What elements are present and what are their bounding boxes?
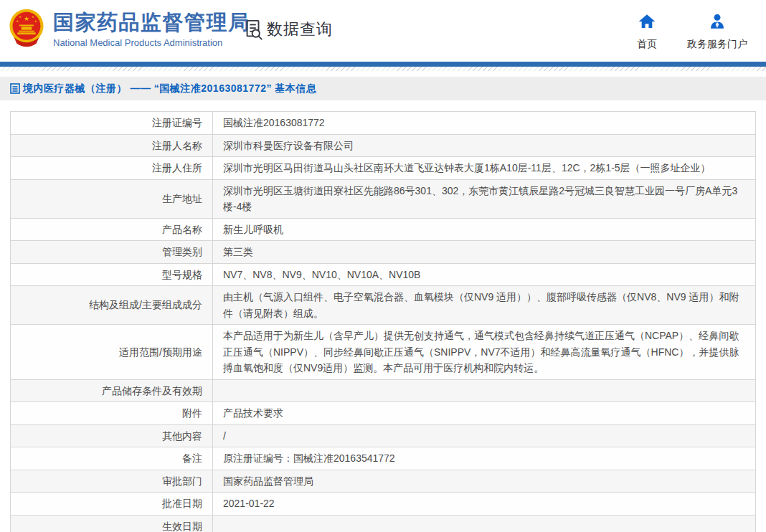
svg-text:★: ★: [19, 15, 22, 19]
table-row: 结构及组成/主要组成成分 由主机（气源入口组件、电子空氧混合器、血氧模块（仅NV…: [11, 286, 756, 325]
row-label: 管理类别: [11, 241, 213, 264]
row-value: 国械注准20163081772: [213, 112, 756, 135]
row-label: 附件: [11, 402, 213, 425]
row-label: 注册人住所: [11, 157, 213, 180]
info-table-body: 注册证编号 国械注准20163081772 注册人名称 深圳市科曼医疗设备有限公…: [11, 112, 756, 532]
row-value: 国家药品监督管理局: [213, 470, 756, 493]
national-emblem-logo: ★ ★ ★ ★ ★: [6, 7, 47, 49]
row-value: 本产品适用于为新生儿（含早产儿）提供无创支持通气，通气模式包含经鼻持续气道正压通…: [213, 325, 756, 380]
row-value: /: [213, 424, 756, 447]
table-row: 产品名称 新生儿呼吸机: [11, 218, 756, 241]
row-label: 型号规格: [11, 263, 213, 286]
home-icon: [638, 12, 656, 31]
page-header: ★ ★ ★ ★ ★ 国家药品监督管理局 National Medical Pro…: [0, 0, 766, 62]
table-row: 审批部门 国家药品监督管理局: [11, 470, 756, 493]
table-row: 管理类别 第三类: [11, 241, 756, 264]
top-navigation: 首页 政务服务门户: [637, 12, 747, 51]
row-label: 生效日期: [11, 515, 213, 532]
table-row: 批准日期 2021-01-22: [11, 493, 756, 516]
row-label: 产品名称: [11, 218, 213, 241]
document-search-icon: [242, 19, 264, 40]
data-query-title: 数据查询: [242, 19, 333, 40]
table-row: 其他内容 /: [11, 424, 756, 447]
org-name-en: National Medical Products Administration: [53, 37, 250, 48]
brand-block: 国家药品监督管理局 National Medical Products Admi…: [53, 9, 250, 48]
row-value: 第三类: [213, 241, 756, 264]
nav-gov-portal[interactable]: 政务服务门户: [687, 12, 747, 51]
row-value: 深圳市光明区玉塘街道田寮社区先能路86号301、302，东莞市黄江镇辰星路2号冠…: [213, 179, 756, 218]
row-label: 注册人名称: [11, 134, 213, 157]
row-value: 新生儿呼吸机: [213, 218, 756, 241]
row-label: 批准日期: [11, 493, 213, 516]
list-icon: [10, 83, 20, 94]
nav-home-label: 首页: [637, 38, 657, 51]
row-label: 其他内容: [11, 424, 213, 447]
row-label: 生产地址: [11, 179, 213, 218]
row-label: 注册证编号: [11, 112, 213, 135]
org-name-zh: 国家药品监督管理局: [53, 9, 250, 35]
row-value: 原注册证编号：国械注准20163541772: [213, 447, 756, 470]
row-value: 深圳市光明区马田街道马山头社区南环大道飞亚达钟表大厦1栋A10层-11层、12C…: [213, 157, 756, 180]
row-value: 2021-01-22: [213, 493, 756, 516]
row-value: 产品技术要求: [213, 402, 756, 425]
row-label: 产品储存条件及有效期: [11, 379, 213, 402]
registration-info-section: 注册证编号 国械注准20163081772 注册人名称 深圳市科曼医疗设备有限公…: [10, 111, 756, 532]
table-row: 注册证编号 国械注准20163081772: [11, 112, 756, 135]
row-label: 备注: [11, 447, 213, 470]
table-row: 适用范围/预期用途 本产品适用于为新生儿（含早产儿）提供无创支持通气，通气模式包…: [11, 325, 756, 380]
table-row: 型号规格 NV7、NV8、NV9、NV10、NV10A、NV10B: [11, 263, 756, 286]
table-row: 生产地址 深圳市光明区玉塘街道田寮社区先能路86号301、302，东莞市黄江镇辰…: [11, 179, 756, 218]
breadcrumb-text: 境内医疗器械（注册） —— “国械注准20163081772” 基本信息: [23, 82, 316, 95]
svg-text:★: ★: [32, 15, 34, 19]
table-row: 生效日期: [11, 515, 756, 532]
row-value: 深圳市科曼医疗设备有限公司: [213, 134, 756, 157]
svg-text:★: ★: [34, 19, 37, 23]
row-label: 适用范围/预期用途: [11, 325, 213, 380]
svg-text:★: ★: [24, 15, 29, 22]
table-row: 产品储存条件及有效期: [11, 379, 756, 402]
row-value: [213, 379, 756, 402]
data-query-label: 数据查询: [267, 19, 333, 40]
table-row: 注册人住所 深圳市光明区马田街道马山头社区南环大道飞亚达钟表大厦1栋A10层-1…: [11, 157, 756, 180]
table-row: 注册人名称 深圳市科曼医疗设备有限公司: [11, 134, 756, 157]
svg-text:★: ★: [16, 19, 19, 23]
row-label: 审批部门: [11, 470, 213, 493]
nav-gov-portal-label: 政务服务门户: [687, 38, 747, 51]
row-value: [213, 515, 756, 532]
spacer: [0, 71, 766, 77]
header-divider-bar: [0, 62, 766, 67]
person-icon: [708, 12, 727, 31]
row-label: 结构及组成/主要组成成分: [11, 286, 213, 325]
breadcrumb: 境内医疗器械（注册） —— “国械注准20163081772” 基本信息: [0, 77, 766, 100]
row-value: NV7、NV8、NV9、NV10、NV10A、NV10B: [213, 263, 756, 286]
registration-info-table: 注册证编号 国械注准20163081772 注册人名称 深圳市科曼医疗设备有限公…: [10, 111, 756, 532]
nav-home[interactable]: 首页: [637, 12, 657, 51]
table-row: 附件 产品技术要求: [11, 402, 756, 425]
row-value: 由主机（气源入口组件、电子空氧混合器、血氧模块（仅NV9 适用））、腹部呼吸传感…: [213, 286, 756, 325]
table-row: 备注 原注册证编号：国械注准20163541772: [11, 447, 756, 470]
